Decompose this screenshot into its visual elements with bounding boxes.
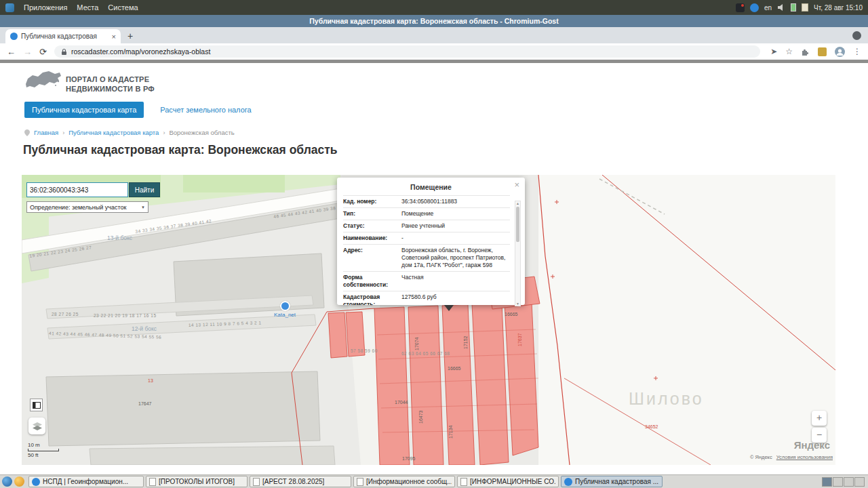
definition-select-value: Определение: земельный участок	[30, 204, 126, 211]
panel-clock[interactable]: Чт, 28 авг 15:10	[814, 4, 863, 12]
map-scale: 10 m 50 ft	[28, 442, 59, 458]
popup-row-value: 127580.6 руб	[399, 293, 510, 305]
popup-row-value: Ранее учтенный	[399, 222, 510, 230]
reload-button[interactable]: ⟳	[39, 47, 47, 57]
window-titlebar[interactable]: Публичная кадастровая карта: Воронежская…	[0, 15, 868, 27]
popup-scrollbar[interactable]: ▲ ▼	[515, 201, 521, 306]
distro-logo-icon	[5, 3, 14, 12]
new-tab-button[interactable]: +	[123, 30, 137, 43]
taskbar-item-label: [АРЕСТ 28.08.2025]	[262, 478, 324, 485]
parcel-info-popup: Помещение × Кад. номер:36:34:0508001:118…	[337, 178, 525, 305]
site-nav: Публичная кадастровая карта Расчет земел…	[24, 102, 252, 118]
profile-avatar[interactable]	[835, 47, 845, 57]
workspace-4[interactable]	[854, 477, 865, 487]
nav-tab-public-map[interactable]: Публичная кадастровая карта	[24, 102, 144, 118]
popup-row: Адрес:Воронежская область, г. Воронеж, С…	[343, 245, 510, 272]
popup-row-label: Кад. номер:	[343, 198, 399, 205]
portal-logo-line2: НЕДВИЖИМОСТИ В РФ	[66, 84, 155, 94]
taskbar: НСПД | Геоинформацион...[ПРОТОКОЛЫ ИТОГО…	[0, 474, 868, 488]
popup-row: Форма собственности:Частная	[343, 272, 510, 291]
document-window-icon	[460, 478, 467, 486]
scroll-down-icon[interactable]: ▼	[516, 302, 519, 306]
scroll-up-icon[interactable]: ▲	[516, 201, 519, 205]
map-extent-button[interactable]	[30, 399, 43, 411]
find-button[interactable]: Найти	[129, 182, 160, 197]
taskbar-item-label: [ПРОТОКОЛЫ ИТОГОВ]	[159, 478, 235, 485]
menu-places[interactable]: Места	[77, 3, 98, 12]
map-container[interactable]: 13-й бокс12-й боксKata_net19 20 21 22 23…	[22, 175, 835, 465]
tab-strip: Публичная кадастровая × +	[0, 27, 868, 43]
terms-of-use-link[interactable]: Условия использования	[776, 454, 833, 460]
scale-line	[28, 449, 59, 451]
workspace-3[interactable]	[844, 477, 854, 487]
breadcrumb-item: Воронежская область	[169, 129, 234, 136]
breadcrumb-separator: ›	[163, 129, 165, 136]
browser-window-icon	[32, 478, 40, 486]
messenger-tray-icon[interactable]	[750, 3, 759, 12]
taskbar-item[interactable]: [Информационное сообщ...	[353, 476, 455, 487]
browser-menu-icon[interactable]: ⋮	[853, 47, 861, 56]
breadcrumb-separator: ›	[62, 129, 64, 136]
zoom-in-button[interactable]: +	[812, 411, 827, 426]
extensions-icon[interactable]	[801, 47, 810, 56]
back-button[interactable]: ←	[7, 47, 16, 57]
clipboard-tray-icon[interactable]	[802, 3, 808, 12]
search-input[interactable]	[26, 182, 128, 197]
copyright-text: © Яндекс	[750, 454, 772, 460]
extent-icon	[33, 402, 41, 409]
document-window-icon	[149, 478, 156, 486]
scrollbar-thumb[interactable]	[516, 207, 519, 242]
volume-icon[interactable]	[777, 3, 785, 12]
tab-title: Публичная кадастровая	[21, 33, 108, 40]
scale-metric: 10 m	[28, 442, 59, 448]
launcher-icon-yellow[interactable]	[14, 476, 24, 487]
chevron-down-icon: ▼	[141, 205, 145, 209]
browser-window-icon	[564, 478, 572, 486]
breadcrumb-item[interactable]: Главная	[34, 129, 58, 136]
bookmark-star-icon[interactable]: ☆	[785, 47, 793, 56]
popup-row: Статус:Ранее учтенный	[343, 220, 510, 232]
menu-applications[interactable]: Приложения	[24, 3, 67, 12]
scale-imperial: 50 ft	[28, 452, 59, 458]
workspace-switcher	[822, 477, 865, 487]
layers-icon	[32, 422, 43, 431]
popup-row-value: Частная	[399, 274, 510, 289]
tab-close-icon[interactable]: ×	[112, 33, 116, 41]
popup-row-value: -	[399, 235, 510, 242]
nav-link-land-tax[interactable]: Расчет земельного налога	[160, 106, 251, 114]
send-icon[interactable]: ➤	[770, 47, 777, 56]
taskbar-items: НСПД | Геоинформацион...[ПРОТОКОЛЫ ИТОГО…	[28, 476, 663, 487]
recorder-tray-icon[interactable]	[736, 3, 745, 12]
yandex-logo[interactable]: Яндекс	[794, 439, 830, 451]
taskbar-applets	[2, 476, 24, 487]
definition-select[interactable]: Определение: земельный участок ▼	[26, 201, 149, 213]
taskbar-item[interactable]: [ПРОТОКОЛЫ ИТОГОВ]	[146, 476, 248, 487]
address-bar[interactable]: roscadaster.com/map/voronezhskaya-oblast	[54, 45, 760, 58]
portal-logo	[24, 68, 62, 94]
taskbar-item[interactable]: Публичная кадастровая ...	[561, 476, 663, 487]
popup-pointer	[444, 305, 454, 316]
taskbar-item[interactable]: НСПД | Геоинформацион...	[28, 476, 144, 487]
tab-strip-menu-icon[interactable]	[852, 31, 861, 40]
map-layers-button[interactable]	[28, 418, 45, 434]
battery-icon[interactable]	[791, 3, 796, 12]
taskbar-item-label: Публичная кадастровая ...	[575, 478, 658, 485]
cadastral-search: Найти	[26, 182, 160, 197]
keyboard-layout-indicator[interactable]: en	[764, 4, 772, 12]
taskbar-item[interactable]: [ИНФОРМАЦИОННЫЕ СО...	[457, 476, 559, 487]
taskbar-item[interactable]: [АРЕСТ 28.08.2025]	[250, 476, 351, 487]
workspace-1[interactable]	[822, 477, 832, 487]
popup-row: Кадастровая стоимость:127580.6 руб	[343, 291, 510, 305]
menu-system[interactable]: Система	[108, 3, 138, 12]
breadcrumb-item[interactable]: Публичная кадастровая карта	[68, 129, 159, 136]
launcher-icon-blue[interactable]	[2, 476, 12, 487]
popup-rows: Кад. номер:36:34:0508001:11883Тип:Помеще…	[337, 195, 525, 305]
forward-button[interactable]: →	[23, 47, 32, 57]
popup-row-label: Тип:	[343, 210, 399, 218]
popup-close-icon[interactable]: ×	[514, 180, 519, 190]
workspace-2[interactable]	[833, 477, 843, 487]
browser-tab[interactable]: Публичная кадастровая ×	[5, 29, 121, 43]
crypto-plugin-icon[interactable]	[818, 47, 827, 56]
popup-row-value: Воронежская область, г. Воронеж, Советск…	[399, 247, 510, 269]
taskbar-item-label: [Информационное сообщ...	[366, 478, 452, 485]
